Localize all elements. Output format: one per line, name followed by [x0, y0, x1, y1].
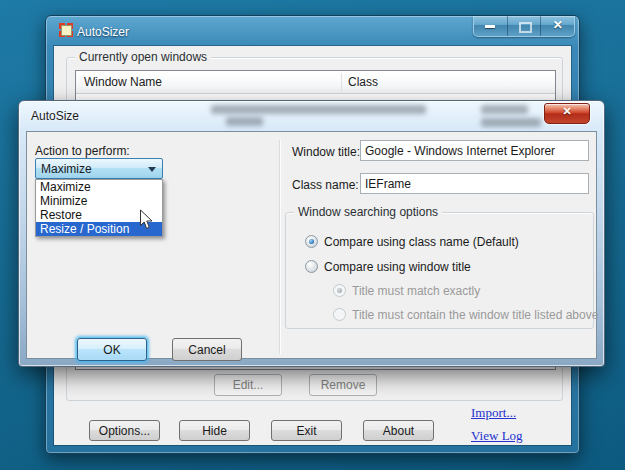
combobox-value: Maximize	[41, 162, 92, 176]
dialog-title: AutoSize	[31, 109, 79, 123]
window-title-label: Window title:	[292, 145, 360, 159]
minimize-button[interactable]	[474, 16, 508, 36]
glass-reflection	[211, 105, 426, 114]
import-link[interactable]: Import...	[471, 405, 516, 421]
mouse-cursor-icon	[139, 209, 154, 230]
groupbox-label: Currently open windows	[75, 50, 211, 64]
maximize-button[interactable]	[508, 16, 542, 36]
minimize-icon	[485, 25, 495, 28]
radio-compare-window-title[interactable]	[305, 260, 318, 273]
ok-button[interactable]: OK	[77, 338, 147, 361]
radio-label: Title must contain the window title list…	[352, 308, 598, 322]
groupbox-label: Window searching options	[294, 205, 442, 219]
radio-compare-class-name[interactable]	[305, 235, 318, 248]
exit-button[interactable]: Exit	[271, 420, 342, 441]
column-divider[interactable]	[341, 73, 342, 91]
caption-button-group: ✕	[473, 16, 575, 37]
options-button[interactable]: Options...	[89, 420, 160, 441]
panel-divider	[279, 140, 280, 354]
hide-button[interactable]: Hide	[179, 420, 250, 441]
radio-label: Title must match exactly	[352, 284, 480, 298]
close-button[interactable]: ✕	[541, 16, 574, 36]
autosizer-app-icon	[59, 23, 73, 37]
action-combobox[interactable]: Maximize	[35, 158, 163, 179]
radio-label[interactable]: Compare using window title	[324, 260, 471, 274]
chevron-down-icon	[148, 167, 156, 172]
column-header-class[interactable]: Class	[348, 75, 378, 89]
maximize-icon	[519, 22, 532, 33]
radio-label[interactable]: Compare using class name (Default)	[324, 235, 519, 249]
column-header-window-name[interactable]: Window Name	[84, 75, 162, 89]
action-label: Action to perform:	[35, 144, 130, 158]
desktop: AutoSizer ✕ Currently open windows Windo…	[0, 0, 625, 470]
glass-reflection	[481, 105, 528, 114]
radio-title-match-exactly	[333, 284, 346, 297]
dialog-content: Action to perform: Maximize Maximize Min…	[26, 131, 597, 359]
cancel-button[interactable]: Cancel	[172, 338, 242, 361]
view-log-link[interactable]: View Log	[471, 428, 523, 444]
close-icon: ✕	[545, 105, 589, 118]
autosize-titlebar[interactable]: AutoSize ✕	[19, 101, 604, 131]
class-name-field[interactable]	[360, 173, 589, 194]
about-button[interactable]: About	[363, 420, 434, 441]
close-icon: ✕	[541, 18, 574, 32]
window-searching-groupbox: Window searching options Compare using c…	[285, 212, 594, 329]
window-title: AutoSizer	[77, 25, 129, 39]
glass-reflection	[481, 118, 541, 127]
list-header: Window Name Class	[76, 71, 555, 94]
dialog-close-button[interactable]: ✕	[544, 103, 590, 124]
dropdown-item-minimize[interactable]: Minimize	[36, 194, 162, 208]
remove-button: Remove	[309, 374, 377, 396]
radio-title-contain	[333, 308, 346, 321]
class-name-label: Class name:	[292, 178, 359, 192]
autosize-dialog: AutoSize ✕ Action to perform: Maximize M…	[18, 100, 605, 367]
window-title-field[interactable]	[360, 140, 589, 161]
dropdown-item-maximize[interactable]: Maximize	[36, 180, 162, 194]
glass-reflection	[226, 117, 263, 126]
edit-button: Edit...	[214, 374, 282, 396]
